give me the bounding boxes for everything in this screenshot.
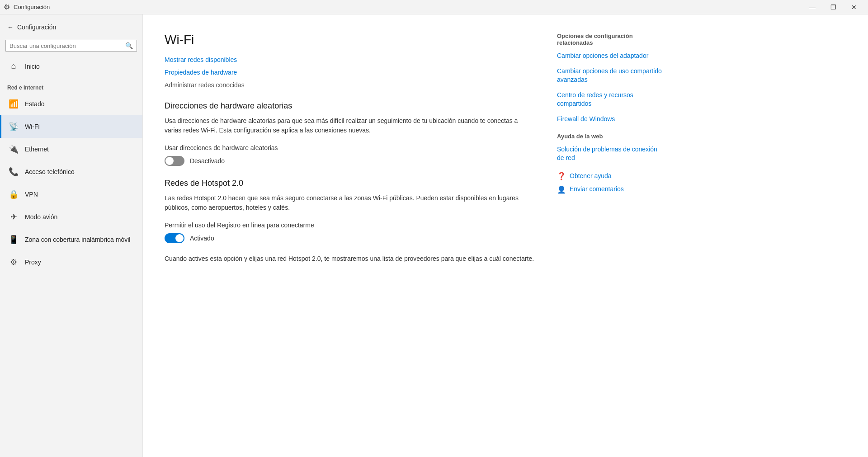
sidebar: ← Configuración 🔍 ⌂InicioRed e Internet … [0, 14, 143, 457]
nav-icon-ethernet: 🔌 [9, 144, 19, 154]
help2-link[interactable]: Obtener ayuda [570, 172, 612, 181]
nav-icon-acceso-telefonico: 📞 [9, 167, 19, 177]
sidebar-item-acceso-telefonico[interactable]: 📞Acceso telefónico [0, 160, 142, 183]
right-link-centro-de-redes-y-re[interactable]: Centro de redes y recursos compartidos [557, 91, 662, 108]
sidebar-item-vpn[interactable]: 🔒VPN [0, 183, 142, 206]
nav-label-ethernet: Ethernet [25, 146, 49, 153]
nav-icon-inicio: ⌂ [9, 61, 19, 71]
search-button[interactable]: 🔍 [125, 42, 133, 49]
help2-row-obtener-ayuda: ❓Obtener ayuda [557, 172, 662, 181]
sidebar-item-inicio[interactable]: ⌂Inicio [0, 55, 142, 77]
sidebar-item-zona-cobertura[interactable]: 📱Zona con cobertura inalámbrica móvil [0, 228, 142, 251]
right-panel: Opciones de configuración relacionadas C… [535, 33, 662, 439]
toggle-hotspot[interactable] [165, 233, 184, 243]
toggle-label-hotspot: Permitir el uso del Registro en línea pa… [165, 221, 535, 229]
toggle-knob-direcciones [165, 157, 174, 165]
right-opciones-title: Opciones de configuración relacionadas [557, 33, 662, 46]
link-mostrar-redes[interactable]: Mostrar redes disponibles [165, 56, 535, 63]
toggle-state-hotspot: Activado [190, 235, 214, 242]
section-heading-direcciones: Direcciones de hardware aleatorias [165, 101, 535, 111]
sidebar-item-wifi[interactable]: 📡Wi-Fi [0, 115, 142, 138]
note-hotspot: Cuando actives esta opción y elijas una … [165, 254, 535, 264]
search-box: 🔍 [5, 40, 137, 52]
help2-icon: ❓ [557, 172, 566, 180]
sidebar-item-ethernet[interactable]: 🔌Ethernet [0, 138, 142, 160]
right-link-firewall-de-windows[interactable]: Firewall de Windows [557, 115, 662, 124]
toggle-row-direcciones: Desactivado [165, 156, 535, 166]
nav-icon-estado: 📶 [9, 99, 19, 109]
sidebar-app-title: Configuración [17, 24, 56, 31]
toggle-direcciones[interactable] [165, 156, 184, 166]
desc-direcciones: Usa direcciones de hardware aleatorias p… [165, 116, 535, 135]
nav-label-inicio: Inicio [25, 63, 40, 70]
toggle-state-direcciones: Desactivado [190, 157, 225, 165]
toggle-row-hotspot: Activado [165, 233, 535, 243]
app-icon: ⚙ [4, 3, 10, 11]
search-input[interactable] [9, 42, 125, 49]
back-icon: ← [7, 24, 14, 31]
nav-icon-modo-avion: ✈ [9, 212, 19, 222]
app: ← Configuración 🔍 ⌂InicioRed e Internet … [0, 0, 868, 457]
sidebar-item-proxy[interactable]: ⚙Proxy [0, 251, 142, 273]
help2-link[interactable]: Enviar comentarios [570, 185, 624, 194]
section-heading-hotspot: Redes de Hotspot 2.0 [165, 179, 535, 188]
sidebar-item-estado[interactable]: 📶Estado [0, 93, 142, 115]
back-button[interactable]: ← Configuración [0, 18, 142, 36]
titlebar-left: ⚙ Configuración [4, 3, 50, 11]
help2-row-enviar-comentar: 👤Enviar comentarios [557, 185, 662, 194]
nav-label-wifi: Wi-Fi [25, 123, 40, 130]
close-button[interactable]: ✕ [844, 0, 864, 14]
right-config-links: Cambiar opciones del adaptadorCambiar op… [557, 52, 662, 124]
nav-label-zona-cobertura: Zona con cobertura inalámbrica móvil [25, 236, 130, 243]
right-ayuda-link[interactable]: Solución de problemas de conexión de red [557, 145, 662, 163]
right-link-cambiar-opciones-del[interactable]: Cambiar opciones del adaptador [557, 52, 662, 61]
right-ayuda-title: Ayuda de la web [557, 133, 662, 140]
nav-icon-wifi: 📡 [9, 122, 19, 132]
titlebar-controls: — ❐ ✕ [802, 0, 864, 14]
desc-hotspot: Las redes Hotspot 2.0 hacen que sea más … [165, 193, 535, 212]
maximize-button[interactable]: ❐ [823, 0, 844, 14]
nav-icon-zona-cobertura: 📱 [9, 235, 19, 245]
sidebar-item-modo-avion[interactable]: ✈Modo avión [0, 206, 142, 228]
right-ayuda-links: Solución de problemas de conexión de red [557, 145, 662, 163]
content-main: Wi-Fi Mostrar redes disponibles Propieda… [165, 33, 535, 439]
nav-container: 📶Estado📡Wi-Fi🔌Ethernet📞Acceso telefónico… [0, 93, 142, 273]
titlebar: ⚙ Configuración — ❐ ✕ [0, 0, 868, 14]
nav-label-estado: Estado [25, 100, 45, 108]
section-label: Red e Internet [0, 77, 142, 93]
right-link-cambiar-opciones-de-[interactable]: Cambiar opciones de uso compartido avanz… [557, 67, 662, 85]
page-title: Wi-Fi [165, 33, 535, 47]
help2-icon: 👤 [557, 185, 566, 194]
nav-icon-proxy: ⚙ [9, 257, 19, 267]
nav-label-modo-avion: Modo avión [25, 213, 57, 221]
text-administrar: Administrar redes conocidas [165, 81, 535, 89]
toggle-label-direcciones: Usar direcciones de hardware aleatorias [165, 144, 535, 151]
app-title: Configuración [14, 4, 50, 10]
content: Wi-Fi Mostrar redes disponibles Propieda… [143, 14, 868, 457]
right-help2-links: ❓Obtener ayuda👤Enviar comentarios [557, 172, 662, 194]
nav-label-vpn: VPN [25, 191, 38, 198]
nav-icon-vpn: 🔒 [9, 189, 19, 199]
toggle-knob-hotspot [175, 234, 184, 242]
nav-label-acceso-telefonico: Acceso telefónico [25, 168, 75, 175]
link-propiedades-hardware[interactable]: Propiedades de hardware [165, 69, 535, 76]
nav-label-proxy: Proxy [25, 259, 41, 266]
minimize-button[interactable]: — [802, 0, 823, 14]
